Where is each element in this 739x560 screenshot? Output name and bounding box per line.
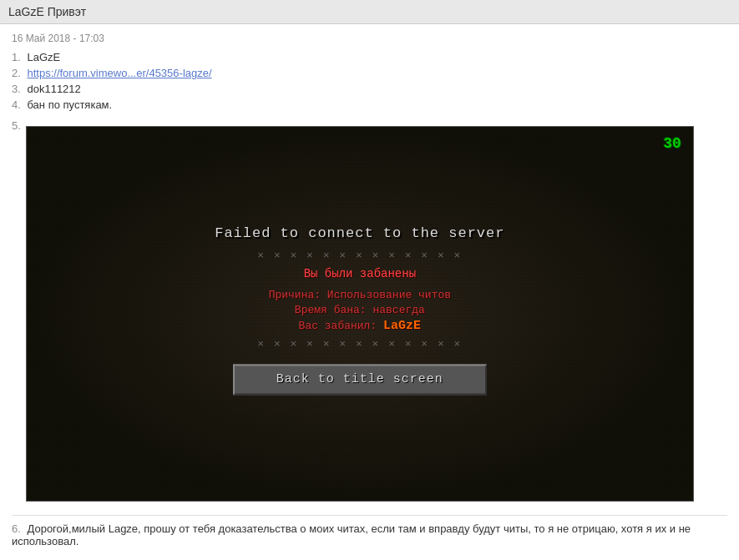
line4-text: бан по пустякам. <box>27 98 112 111</box>
post-container: 16 Май 2018 - 17:03 1. LaGzE 2. https://… <box>0 24 739 560</box>
back-to-title-button[interactable]: Back to title screen <box>233 364 487 395</box>
mc-banner-name: LaGzE <box>383 319 421 333</box>
mc-counter: 30 <box>663 135 681 152</box>
forum-link[interactable]: https://forum.vimewo...er/45356-lagze/ <box>27 67 211 79</box>
page-title: LaGzE Привэт <box>0 0 739 24</box>
line4-number: 4. <box>12 98 21 111</box>
minecraft-screenshot: 30 Failed to connect to the server × × ×… <box>26 126 694 502</box>
mc-divider-bottom: × × × × × × × × × × × × × <box>143 338 577 351</box>
line3-text: dok111212 <box>27 83 80 95</box>
item6-text: Дорогой,милый Lagze, прошу от тебя доказ… <box>12 522 691 547</box>
post-line-2: 2. https://forum.vimewo...er/45356-lagze… <box>12 67 727 79</box>
mc-failed-text: Failed to connect to the server <box>143 225 577 241</box>
item5-wrapper: 5. 30 Failed to connect to the server × … <box>12 118 727 510</box>
line2-number: 2. <box>12 67 21 79</box>
post-footer: 6. Дорогой,милый Lagze, прошу от тебя до… <box>12 515 727 552</box>
line1-number: 1. <box>12 51 21 63</box>
mc-bannedby-label: Вас забанил: <box>299 320 377 332</box>
post-line-1: 1. LaGzE <box>12 51 727 63</box>
mc-banned-text: Вы были забанены <box>143 267 577 280</box>
page-wrapper: LaGzE Привэт 16 Май 2018 - 17:03 1. LaGz… <box>0 0 739 560</box>
mc-content: Failed to connect to the server × × × × … <box>143 225 577 395</box>
item5-number: 5. <box>12 119 21 132</box>
title-text: LaGzE Привэт <box>8 5 86 18</box>
line3-number: 3. <box>12 83 21 95</box>
mc-time-line: Время бана: навсегда <box>143 304 577 316</box>
post-date: 16 Май 2018 - 17:03 <box>12 33 104 44</box>
mc-bannedby-line: Вас забанил: LaGzE <box>143 319 577 333</box>
post-line-4: 4. бан по пустякам. <box>12 98 727 111</box>
post-content: 1. LaGzE 2. https://forum.vimewo...er/45… <box>12 51 727 111</box>
mc-reason-line: Причина: Использование читов <box>143 289 577 301</box>
post-line-3: 3. dok111212 <box>12 83 727 95</box>
item6-number: 6. <box>12 522 21 535</box>
line1-text: LaGzE <box>27 51 60 63</box>
mc-divider-top: × × × × × × × × × × × × × <box>143 250 577 262</box>
post-meta: 16 Май 2018 - 17:03 <box>12 33 727 44</box>
